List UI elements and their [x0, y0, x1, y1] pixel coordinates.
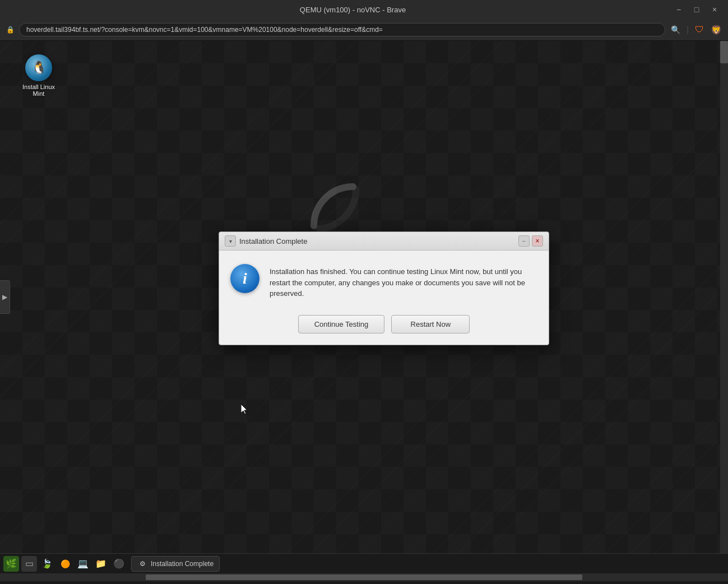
task-icon-symbol: ⚙	[140, 560, 146, 568]
vm-viewport: 🐧 Install Linux Mint ▶ ▾ Installation Co…	[0, 41, 728, 553]
close-button[interactable]: ×	[708, 3, 721, 16]
taskbar-active-task[interactable]: ⚙ Installation Complete	[131, 556, 220, 572]
taskbar-app3[interactable]: 💻	[75, 556, 91, 572]
dell-logo	[269, 170, 381, 237]
installation-complete-dialog: ▾ Installation Complete − × i Installati…	[219, 231, 549, 345]
restart-now-button[interactable]: Restart Now	[391, 315, 470, 333]
mouse-cursor	[241, 404, 249, 415]
mint-menu-button[interactable]: 🌿	[3, 556, 19, 572]
address-actions: 🔍 | 🛡 🦁	[669, 22, 724, 37]
taskbar-app2[interactable]: 🟠	[57, 556, 73, 572]
scrollbar-thumb-right	[720, 41, 728, 63]
scrollbar-right[interactable]	[720, 41, 728, 553]
url-input[interactable]	[19, 23, 665, 36]
dialog-title-left: ▾ Installation Complete	[225, 235, 307, 247]
show-desktop-button[interactable]: ▭	[21, 556, 37, 572]
taskbar-app1[interactable]: 🍃	[39, 556, 55, 572]
dialog-close-button[interactable]: ×	[532, 235, 543, 247]
security-icon: 🔒	[4, 26, 16, 34]
address-bar: 🔒 🔍 | 🛡 🦁	[0, 19, 728, 40]
dialog-title: Installation Complete	[239, 237, 307, 245]
install-icon-image: 🐧	[25, 54, 52, 81]
dialog-titlebar: ▾ Installation Complete − ×	[219, 232, 549, 251]
taskbar-task-label: Installation Complete	[151, 560, 214, 568]
maximize-button[interactable]: □	[690, 3, 703, 16]
dialog-message: Installation has finished. You can conti…	[270, 264, 537, 299]
taskbar-icon3: 💻	[77, 558, 89, 569]
dialog-title-controls: − ×	[518, 235, 543, 247]
install-icon-label: Install Linux Mint	[19, 84, 58, 97]
minimize-button[interactable]: −	[672, 3, 685, 16]
title-bar: QEMU (vm100) - noVNC - Brave − □ ×	[0, 0, 728, 19]
dialog-collapse-button[interactable]: ▾	[225, 235, 236, 247]
dialog-info-icon: i	[230, 264, 259, 293]
install-linux-mint-icon[interactable]: 🐧 Install Linux Mint	[17, 52, 61, 99]
continue-testing-button[interactable]: Continue Testing	[298, 315, 385, 333]
taskbar-icon1: 🍃	[41, 558, 53, 569]
show-desktop-icon: ▭	[25, 558, 34, 569]
svg-marker-0	[241, 404, 247, 414]
brave-logo-button[interactable]: 🦁	[709, 22, 724, 37]
taskbar-app5[interactable]: ⚫	[111, 556, 127, 572]
dialog-minimize-button[interactable]: −	[518, 235, 530, 247]
taskbar-icon2: 🟠	[61, 559, 70, 568]
scrollbar-thumb-bottom	[146, 574, 582, 580]
mint-menu-icon: 🌿	[6, 558, 17, 569]
browser-title: QEMU (vm100) - noVNC - Brave	[34, 6, 672, 14]
dialog-buttons: Continue Testing Restart Now	[219, 310, 549, 345]
info-letter: i	[243, 270, 247, 288]
window-controls: − □ ×	[672, 3, 721, 16]
scrollbar-bottom[interactable]	[0, 573, 728, 581]
taskbar-task-icon: ⚙	[137, 559, 147, 569]
taskbar-app4[interactable]: 📁	[93, 556, 109, 572]
dialog-body: i Installation has finished. You can con…	[219, 251, 549, 310]
brave-shield-button[interactable]: 🛡	[692, 22, 707, 37]
taskbar: 🌿 ▭ 🍃 🟠 💻 📁 ⚫ ⚙ Installation Complete	[0, 553, 728, 573]
zoom-button[interactable]: 🔍	[669, 22, 683, 37]
taskbar-icon5: ⚫	[113, 558, 124, 569]
taskbar-icon4: 📁	[95, 558, 106, 569]
side-panel-toggle[interactable]: ▶	[0, 280, 10, 314]
desktop-background: 🐧 Install Linux Mint ▶ ▾ Installation Co…	[0, 41, 728, 553]
install-icon-symbol: 🐧	[31, 61, 47, 75]
side-panel-arrow-icon: ▶	[2, 293, 7, 301]
